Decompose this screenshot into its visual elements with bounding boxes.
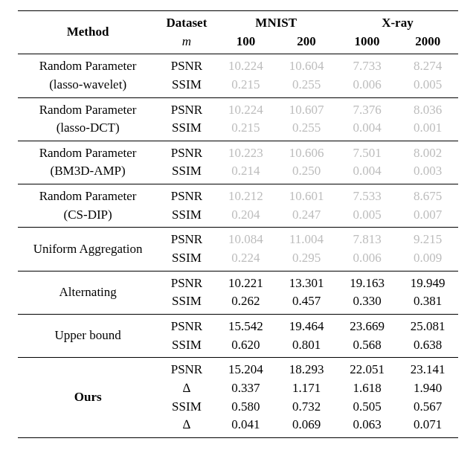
value-cell: 0.009 [397, 249, 458, 271]
value-cell: 13.301 [276, 271, 337, 292]
value-cell: 10.223 [216, 141, 277, 162]
value-cell: 7.501 [337, 141, 398, 162]
value-cell: 0.006 [337, 249, 398, 271]
table-row: Uniform AggregationPSNR10.08411.0047.813… [18, 228, 458, 249]
table-row: AlternatingPSNR10.22113.30119.16319.949 [18, 271, 458, 292]
method-name: Random Parameter(BM3D-AMP) [18, 141, 158, 184]
value-cell: 0.638 [397, 336, 458, 358]
header-dataset: Dataset [158, 11, 215, 33]
metric-label: PSNR [158, 358, 215, 379]
value-cell: 0.006 [337, 76, 398, 97]
value-cell: 0.457 [276, 292, 337, 314]
metric-label: SSIM [158, 398, 215, 417]
table-row: Random Parameter(lasso-DCT)PSNR10.22410.… [18, 97, 458, 119]
metric-label: PSNR [158, 271, 215, 292]
method-name: Random Parameter(lasso-wavelet) [18, 54, 158, 97]
value-cell: 0.247 [276, 206, 337, 228]
value-cell: 8.002 [397, 141, 458, 162]
value-cell: 0.381 [397, 292, 458, 314]
value-cell: 19.949 [397, 271, 458, 292]
value-cell: 0.004 [337, 162, 398, 184]
metric-label: SSIM [158, 336, 215, 358]
table-row: Upper boundPSNR15.54219.46423.66925.081 [18, 314, 458, 335]
value-cell: 0.215 [216, 119, 277, 141]
value-cell: 10.224 [216, 97, 277, 119]
value-cell: 19.464 [276, 314, 337, 335]
metric-label: ∆ [158, 416, 215, 437]
header-col-1000: 1000 [337, 33, 398, 54]
value-cell: 10.084 [216, 228, 277, 249]
table-row: Ours PSNR 15.204 18.293 22.051 23.141 [18, 358, 458, 379]
value-cell: 0.005 [337, 206, 398, 228]
value-cell: 0.567 [397, 398, 458, 417]
value-cell: 8.274 [397, 54, 458, 76]
header-col-200: 200 [276, 33, 337, 54]
value-cell: 0.215 [216, 76, 277, 97]
value-cell: 11.004 [276, 228, 337, 249]
results-table: Method Dataset MNIST X-ray m 100 200 100… [18, 10, 458, 438]
value-cell: 0.204 [216, 206, 277, 228]
value-cell: 0.255 [276, 76, 337, 97]
table-row: Random Parameter(BM3D-AMP)PSNR10.22310.6… [18, 141, 458, 162]
value-cell: 1.940 [397, 379, 458, 398]
value-cell: 0.003 [397, 162, 458, 184]
value-cell: 10.606 [276, 141, 337, 162]
value-cell: 10.604 [276, 54, 337, 76]
value-cell: 0.255 [276, 119, 337, 141]
value-cell: 0.337 [216, 379, 277, 398]
value-cell: 0.224 [216, 249, 277, 271]
value-cell: 0.004 [337, 119, 398, 141]
value-cell: 7.376 [337, 97, 398, 119]
value-cell: 15.204 [216, 358, 277, 379]
method-name: Uniform Aggregation [18, 228, 158, 271]
table-row: Random Parameter(lasso-wavelet)PSNR10.22… [18, 54, 458, 76]
value-cell: 23.141 [397, 358, 458, 379]
method-ours: Ours [18, 358, 158, 438]
value-cell: 0.069 [276, 416, 337, 437]
metric-label: PSNR [158, 141, 215, 162]
value-cell: 10.607 [276, 97, 337, 119]
table-header-row-1: Method Dataset MNIST X-ray [18, 11, 458, 33]
value-cell: 8.036 [397, 97, 458, 119]
header-m: m [158, 33, 215, 54]
value-cell: 0.214 [216, 162, 277, 184]
value-cell: 10.601 [276, 184, 337, 206]
header-group-xray: X-ray [337, 11, 458, 33]
method-name: Upper bound [18, 314, 158, 357]
metric-label: PSNR [158, 97, 215, 119]
value-cell: 0.620 [216, 336, 277, 358]
metric-label: SSIM [158, 119, 215, 141]
value-cell: 0.732 [276, 398, 337, 417]
metric-label: PSNR [158, 54, 215, 76]
value-cell: 25.081 [397, 314, 458, 335]
value-cell: 0.568 [337, 336, 398, 358]
header-col-100: 100 [216, 33, 277, 54]
method-name: Random Parameter(CS-DIP) [18, 184, 158, 228]
metric-label: SSIM [158, 249, 215, 271]
metric-label: SSIM [158, 162, 215, 184]
value-cell: 18.293 [276, 358, 337, 379]
header-method: Method [18, 11, 158, 54]
value-cell: 7.813 [337, 228, 398, 249]
value-cell: 8.675 [397, 184, 458, 206]
value-cell: 0.041 [216, 416, 277, 437]
value-cell: 0.063 [337, 416, 398, 437]
value-cell: 10.221 [216, 271, 277, 292]
value-cell: 0.505 [337, 398, 398, 417]
value-cell: 0.001 [397, 119, 458, 141]
value-cell: 0.801 [276, 336, 337, 358]
metric-label: SSIM [158, 76, 215, 97]
value-cell: 1.171 [276, 379, 337, 398]
value-cell: 15.542 [216, 314, 277, 335]
value-cell: 22.051 [337, 358, 398, 379]
value-cell: 0.005 [397, 76, 458, 97]
value-cell: 0.262 [216, 292, 277, 314]
value-cell: 10.224 [216, 54, 277, 76]
metric-label: SSIM [158, 292, 215, 314]
table-row: Random Parameter(CS-DIP)PSNR10.21210.601… [18, 184, 458, 206]
header-group-mnist: MNIST [216, 11, 337, 33]
value-cell: 1.618 [337, 379, 398, 398]
metric-label: PSNR [158, 184, 215, 206]
value-cell: 0.250 [276, 162, 337, 184]
value-cell: 10.212 [216, 184, 277, 206]
